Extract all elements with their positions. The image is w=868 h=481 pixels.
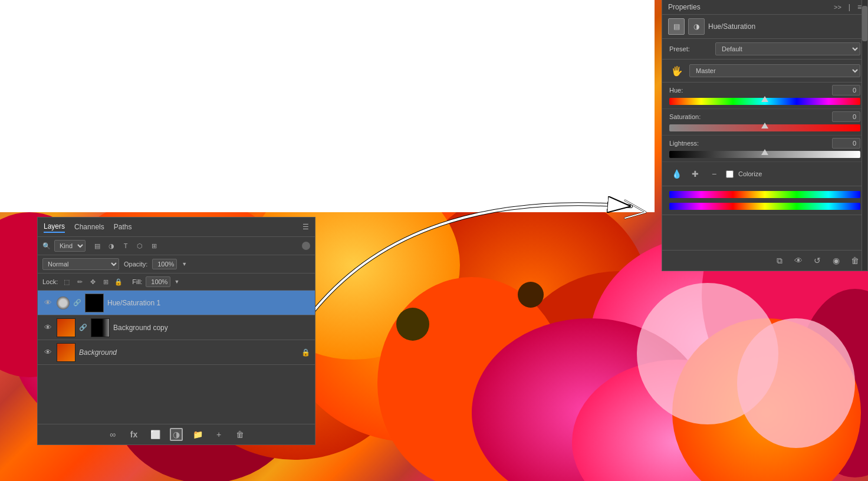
blend-mode-select[interactable]: Normal (42, 258, 119, 270)
panel-header: Layers Channels Paths ☰ (38, 218, 315, 237)
sat-slider-header: Saturation: (669, 111, 860, 122)
blend-opacity-row: Normal Opacity: 100% ▼ (38, 255, 315, 274)
layer-name-bg-copy: Background copy (113, 324, 310, 332)
properties-icons-row: ▤ ◑ Hue/Saturation (662, 15, 867, 39)
layer-adj-hue-icon (57, 296, 70, 309)
light-slider-track[interactable] (669, 151, 860, 158)
pixel-filter-icon[interactable]: ▤ (91, 240, 103, 252)
lock-all-icon[interactable]: 🔒 (113, 276, 124, 287)
white-canvas-area (0, 0, 655, 212)
link-layers-icon[interactable]: ∞ (106, 428, 119, 441)
hand-tool-icon[interactable]: 🖐 (669, 63, 685, 78)
layer-mask-bg-copy (91, 318, 110, 337)
fill-dropdown-icon[interactable]: ▼ (174, 279, 179, 285)
layer-row-background[interactable]: 👁 Background 🔒 (38, 340, 315, 365)
layer-thumb-bg-copy (57, 318, 75, 337)
delete-adjustment-icon[interactable]: 🗑 (849, 254, 862, 267)
properties-menu-icon[interactable]: ≡ (857, 3, 862, 11)
props-mask-icon-btn[interactable]: ◑ (688, 18, 705, 35)
properties-panel-name: Hue/Saturation (708, 22, 755, 31)
props-layer-icon-btn[interactable]: ▤ (668, 18, 685, 35)
tab-channels[interactable]: Channels (74, 222, 104, 232)
lock-brush-icon[interactable]: ✏ (74, 276, 85, 287)
color-bar-bottom (669, 203, 860, 210)
layer-name-bg: Background (79, 348, 298, 357)
lock-move-icon[interactable]: ✥ (87, 276, 98, 287)
mask-icon[interactable]: ⬜ (149, 428, 162, 441)
kind-filter-row: 🔍 Kind ▤ ◑ T ⬡ ⊞ (38, 237, 315, 255)
colorize-label: Colorize (738, 170, 762, 177)
fx-icon[interactable]: fx (127, 428, 140, 441)
eyedropper-add-icon[interactable]: ✚ (688, 167, 702, 181)
properties-scrollbar-thumb[interactable] (862, 6, 867, 41)
toggle-visibility-icon[interactable]: 👁 (792, 254, 805, 267)
delete-layer-icon[interactable]: 🗑 (234, 428, 246, 441)
layer-link-hue-sat[interactable]: 🔗 (73, 299, 81, 307)
layer-thumb-bg (57, 343, 75, 362)
lock-transparency-icon[interactable]: ⬚ (61, 276, 72, 287)
color-bar-top (669, 191, 860, 198)
svg-point-20 (518, 282, 544, 308)
hue-slider-thumb[interactable] (761, 96, 768, 102)
eyedropper-icon[interactable]: 💧 (669, 167, 683, 181)
folder-icon[interactable]: 📁 (191, 428, 204, 441)
fill-label: Fill: (132, 278, 142, 285)
tab-paths[interactable]: Paths (114, 222, 132, 232)
lock-fill-row: Lock: ⬚ ✏ ✥ ⊞ 🔒 Fill: 100% ▼ (38, 274, 315, 291)
layers-bottom-bar: ∞ fx ⬜ ◑ 📁 + 🗑 (38, 424, 315, 444)
layer-mask-hue-sat (85, 294, 104, 312)
sat-slider-track[interactable] (669, 124, 860, 131)
channel-row: 🖐 Master (662, 60, 867, 83)
view-previous-icon[interactable]: ◉ (830, 254, 843, 267)
tab-layers[interactable]: Layers (44, 221, 65, 233)
eyedropper-subtract-icon[interactable]: − (707, 167, 721, 181)
layers-panel: Layers Channels Paths ☰ 🔍 Kind ▤ ◑ T ⬡ ⊞… (37, 217, 315, 445)
properties-scrollbar[interactable] (862, 0, 867, 271)
smart-filter-icon[interactable]: ⊞ (148, 240, 160, 252)
panel-menu-icon[interactable]: ☰ (303, 223, 309, 231)
colorize-checkbox[interactable] (726, 170, 734, 178)
layer-visibility-bg[interactable]: 👁 (42, 347, 53, 358)
fill-input[interactable]: 100% (146, 276, 170, 287)
lock-label: Lock: (42, 278, 58, 285)
reset-adjustments-icon[interactable]: ↺ (811, 254, 824, 267)
properties-expand-icon[interactable]: >> (834, 4, 841, 11)
layers-empty-area (38, 365, 315, 424)
lightness-value-input[interactable] (832, 138, 860, 149)
adjustment-layer-icon[interactable]: ◑ (170, 428, 183, 441)
hue-slider-row: Hue: (662, 83, 867, 109)
kind-select[interactable]: Kind (54, 240, 86, 252)
lightness-slider-row: Lightness: (662, 136, 867, 162)
layer-row-bg-copy[interactable]: 👁 🔗 Background copy (38, 315, 315, 340)
channel-select[interactable]: Master (689, 64, 860, 77)
layer-visibility-bg-copy[interactable]: 👁 (42, 322, 53, 333)
saturation-value-input[interactable] (832, 111, 860, 122)
lock-icons: ⬚ ✏ ✥ ⊞ 🔒 (61, 276, 124, 287)
layer-name-hue-sat: Hue/Saturation 1 (107, 299, 310, 307)
color-bars-row (662, 186, 867, 215)
hue-value-input[interactable] (832, 85, 860, 95)
divider: | (849, 3, 850, 11)
layer-row-hue-sat[interactable]: 👁 🔗 Hue/Saturation 1 (38, 291, 315, 315)
lock-artboard-icon[interactable]: ⊞ (100, 276, 111, 287)
layer-visibility-hue-sat[interactable]: 👁 (42, 298, 53, 308)
shape-filter-icon[interactable]: ⬡ (134, 240, 146, 252)
opacity-label: Opacity: (124, 261, 147, 268)
properties-header: Properties >> | ≡ (662, 0, 867, 15)
saturation-slider-row: Saturation: (662, 109, 867, 136)
saturation-label: Saturation: (669, 113, 701, 120)
type-filter-icon[interactable]: T (120, 240, 131, 252)
light-slider-thumb[interactable] (761, 149, 768, 155)
hue-slider-track[interactable] (669, 98, 860, 105)
adjustment-filter-icon[interactable]: ◑ (106, 240, 117, 252)
preset-select[interactable]: Default (715, 42, 860, 55)
filter-toggle[interactable] (302, 242, 310, 250)
light-slider-header: Lightness: (669, 138, 860, 149)
opacity-input[interactable]: 100% (152, 259, 177, 269)
svg-point-19 (396, 308, 429, 341)
layer-link-bg-copy[interactable]: 🔗 (79, 324, 87, 331)
sat-slider-thumb[interactable] (761, 123, 768, 129)
new-layer-icon[interactable]: + (212, 428, 225, 441)
clip-to-layer-icon[interactable]: ⧉ (773, 254, 786, 267)
opacity-dropdown-icon[interactable]: ▼ (182, 261, 187, 267)
